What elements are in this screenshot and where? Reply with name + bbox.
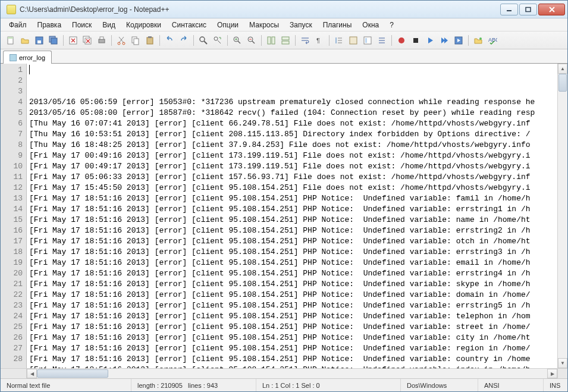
menu-file[interactable]: Файл [4,19,32,31]
paste-icon[interactable] [143,34,156,47]
menu-view[interactable]: Вид [98,19,120,31]
line-number[interactable]: 22 [2,290,23,300]
line-number[interactable]: 24 [2,311,23,322]
code-line[interactable]: [Fri May 17 18:51:16 2013] [error] [clie… [29,311,557,322]
play-macro-icon[interactable] [423,34,437,47]
line-number[interactable]: 10 [2,161,23,172]
maximize-button[interactable] [519,4,537,15]
menu-search[interactable]: Поиск [67,19,96,31]
line-number[interactable]: 20 [2,268,23,279]
line-number[interactable]: 28 [2,354,23,365]
code-line[interactable]: [Fri May 17 18:51:16 2013] [error] [clie… [29,225,557,236]
cut-icon[interactable] [115,34,128,47]
replace-icon[interactable] [211,34,224,47]
menu-options[interactable]: Опции [212,19,243,31]
zoom-out-icon[interactable] [245,34,258,47]
sync-h-icon[interactable] [279,34,292,47]
line-number[interactable]: 23 [2,300,23,311]
zoom-in-icon[interactable] [231,34,244,47]
status-encoding[interactable]: ANSI [478,379,544,391]
code-line[interactable]: [Fri May 17 18:51:16 2013] [error] [clie… [29,333,557,343]
line-number[interactable]: 25 [2,322,23,333]
line-number[interactable]: 19 [2,258,23,268]
code-line[interactable]: 2013/05/16 05:08:00 [error] 18587#0: *31… [29,108,557,118]
code-line[interactable]: [Fri May 17 18:51:16 2013] [error] [clie… [29,354,557,365]
line-number[interactable]: 2 [2,76,23,86]
line-number[interactable]: 8 [2,140,23,150]
horizontal-scrollbar[interactable]: ◀ ▶ [27,369,557,378]
line-number[interactable]: 17 [2,236,23,247]
code-line[interactable]: [Fri May 17 15:45:50 2013] [error] [clie… [29,183,557,193]
code-line[interactable]: [Fri May 17 18:51:16 2013] [error] [clie… [29,258,557,268]
scroll-track[interactable] [558,74,567,358]
redo-icon[interactable] [177,34,190,47]
code-line[interactable]: [Fri May 17 00:49:16 2013] [error] [clie… [29,150,557,161]
line-number[interactable]: 27 [2,343,23,354]
code-line[interactable]: [Thu May 16 10:53:51 2013] [error] [clie… [29,129,557,140]
line-number[interactable]: 6 [2,118,23,129]
new-file-icon[interactable] [4,34,17,47]
show-all-chars-icon[interactable]: ¶ [313,34,326,47]
code-line[interactable]: [Fri May 17 18:51:16 2013] [error] [clie… [29,204,557,215]
save-all-icon[interactable] [47,34,60,47]
line-number[interactable]: 9 [2,150,23,161]
line-number-gutter[interactable]: 1234567891011121314151617181920212223242… [1,64,27,368]
find-icon[interactable] [197,34,210,47]
titlebar[interactable]: C:\Users\admin\Desktop\error_log - Notep… [1,1,567,18]
copy-icon[interactable] [129,34,142,47]
line-number[interactable]: 26 [2,333,23,343]
close-all-icon[interactable] [81,34,94,47]
scroll-left-icon[interactable]: ◀ [27,369,37,378]
undo-icon[interactable] [163,34,176,47]
hscroll-track[interactable] [37,369,547,378]
doc-map-icon[interactable] [361,34,374,47]
compare-icon[interactable] [472,34,485,47]
code-line[interactable]: [Fri May 17 18:51:16 2013] [error] [clie… [29,279,557,290]
record-macro-icon[interactable] [395,34,408,47]
code-line[interactable]: [Fri May 17 18:51:16 2013] [error] [clie… [29,343,557,354]
menu-macros[interactable]: Макросы [244,19,284,31]
code-line[interactable]: [Fri May 17 18:51:16 2013] [error] [clie… [29,236,557,247]
status-ins[interactable]: INS [544,379,567,391]
code-line[interactable]: [Fri May 17 18:51:16 2013] [error] [clie… [29,365,557,368]
print-icon[interactable] [95,34,108,47]
spellcheck-icon[interactable]: ABC [486,34,499,47]
menu-syntax[interactable]: Синтаксис [167,19,211,31]
line-number[interactable]: 18 [2,247,23,258]
code-line[interactable]: [Fri May 17 18:51:16 2013] [error] [clie… [29,247,557,258]
line-number[interactable]: 1 [2,65,23,76]
menu-edit[interactable]: Правка [33,19,67,31]
menu-run[interactable]: Запуск [285,19,317,31]
scroll-down-icon[interactable]: ▼ [558,358,567,368]
vertical-scrollbar[interactable]: ▲ ▼ [557,64,567,368]
code-line[interactable]: [Thu May 16 18:48:25 2013] [error] [clie… [29,140,557,150]
line-number[interactable]: 4 [2,97,23,108]
menu-windows[interactable]: Окна [357,19,384,31]
code-line[interactable]: 2013/05/16 05:06:59 [error] 15053#0: *31… [29,97,557,108]
close-button[interactable] [538,4,565,15]
code-line[interactable]: [Fri May 17 00:49:17 2013] [error] [clie… [29,161,557,172]
code-line[interactable]: [Fri May 17 18:51:16 2013] [error] [clie… [29,215,557,225]
wordwrap-icon[interactable] [299,34,312,47]
tab-error-log[interactable]: error_log [3,51,52,64]
code-line[interactable]: [Fri May 17 18:51:16 2013] [error] [clie… [29,300,557,311]
menu-encoding[interactable]: Кодировки [121,19,166,31]
line-number[interactable]: 7 [2,129,23,140]
menu-plugins[interactable]: Плагины [318,19,357,31]
close-file-icon[interactable] [67,34,80,47]
stop-macro-icon[interactable] [409,34,422,47]
line-number[interactable]: 15 [2,215,23,225]
open-file-icon[interactable] [18,34,32,47]
code-line[interactable]: [Fri May 17 18:51:16 2013] [error] [clie… [29,193,557,204]
sync-v-icon[interactable] [265,34,278,47]
scroll-up-icon[interactable]: ▲ [558,64,567,74]
save-macro-icon[interactable] [452,34,465,47]
indent-guide-icon[interactable] [332,34,346,47]
code-line[interactable]: [Fri May 17 18:51:16 2013] [error] [clie… [29,268,557,279]
minimize-button[interactable] [500,4,518,15]
code-content[interactable]: 2013/05/16 05:06:59 [error] 15053#0: *31… [27,64,557,368]
line-number[interactable]: 16 [2,225,23,236]
line-number[interactable]: 21 [2,279,23,290]
scroll-thumb[interactable] [558,74,567,92]
line-number[interactable]: 14 [2,204,23,215]
